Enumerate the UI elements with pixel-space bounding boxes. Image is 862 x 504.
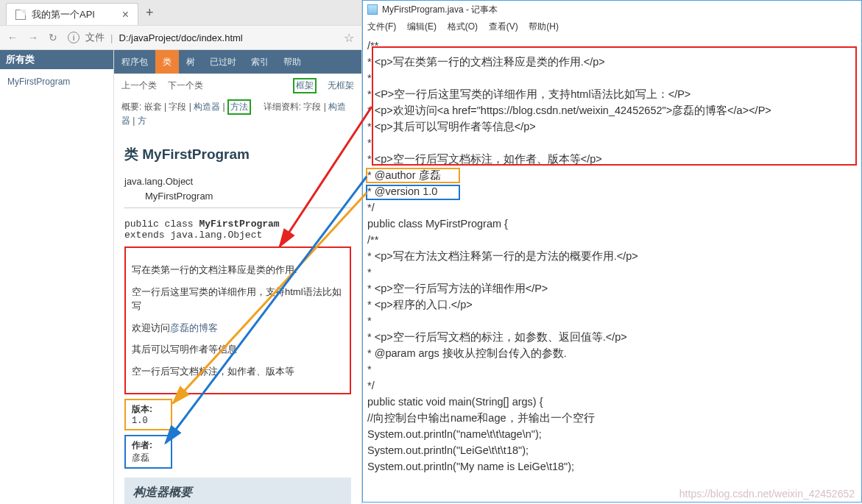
detail-field: 字段 bbox=[303, 102, 321, 112]
next-class: 下一个类 bbox=[168, 79, 203, 92]
address-bar: ← → ↻ i 文件 | D:/javaProject/doc/index.ht… bbox=[0, 25, 361, 50]
sub-nav-2: 概要: 嵌套 | 字段 | 构造器 | 方法 详细资料: 字段 | 构造器 | … bbox=[114, 98, 361, 133]
nav-help[interactable]: 帮助 bbox=[276, 56, 308, 68]
code-line: * @version 1.0 bbox=[367, 183, 857, 199]
author-highlight: 作者: 彦磊 bbox=[124, 435, 172, 469]
menu-view[interactable]: 查看(V) bbox=[489, 21, 518, 33]
favorite-icon[interactable]: ☆ bbox=[344, 31, 354, 45]
version-label: 版本: bbox=[132, 403, 165, 416]
code-line: /** bbox=[367, 232, 857, 248]
menu-format[interactable]: 格式(O) bbox=[448, 21, 478, 33]
code-line: public class MyFirstProgram { bbox=[367, 216, 857, 232]
divider bbox=[124, 207, 351, 208]
code-line: * <p>程序的入口.</p> bbox=[367, 297, 857, 313]
detail-method[interactable]: 方 bbox=[138, 116, 146, 126]
summary-label: 概要: bbox=[121, 102, 141, 112]
menu-file[interactable]: 文件(F) bbox=[367, 21, 396, 33]
watermark: https://blog.csdn.net/weixin_42452652 bbox=[679, 488, 855, 500]
code-line: * <P>空一行后这里写类的详细作用，支持html语法比如写上：</P> bbox=[367, 86, 857, 102]
desc-line-3a: 欢迎访问 bbox=[132, 322, 170, 333]
allclasses-link[interactable]: MyFirstProgram bbox=[0, 69, 113, 94]
constructor-summary-header: 构造器概要 bbox=[124, 478, 351, 504]
code-line: * bbox=[367, 313, 857, 329]
sub-nav-1: 上一个类 下一个类 框架 无框架 bbox=[114, 74, 361, 98]
description-highlight: 写在类第一行的文档注释应是类的作用. 空一行后这里写类的详细作用，支持html语… bbox=[124, 246, 351, 394]
tab-title: 我的第一个API bbox=[32, 8, 95, 21]
inherit-self: MyFirstProgram bbox=[124, 189, 351, 204]
author-value: 彦磊 bbox=[132, 452, 165, 464]
menu-help[interactable]: 帮助(H) bbox=[529, 21, 559, 33]
code-line: * <p>空一行后写文档标注，如作者、版本等</p> bbox=[367, 151, 857, 167]
top-nav: 程序包 类 树 已过时 索引 帮助 bbox=[114, 50, 361, 74]
code-line: * <p>其后可以写明作者等信息</p> bbox=[367, 118, 857, 135]
refresh-icon[interactable]: ↻ bbox=[49, 32, 57, 43]
browser-tab[interactable]: 我的第一个API × bbox=[6, 3, 138, 25]
allclasses-header: 所有类 bbox=[0, 50, 113, 69]
browser-window: 我的第一个API × + ← → ↻ i 文件 | D:/javaProject… bbox=[0, 0, 362, 504]
class-content: 类 MyFirstProgram java.lang.Object MyFirs… bbox=[114, 133, 361, 504]
url-field[interactable]: i 文件 | D:/javaProject/doc/index.html bbox=[68, 31, 333, 44]
detail-label: 详细资料: bbox=[264, 102, 301, 112]
summary-field: 字段 bbox=[169, 102, 186, 112]
back-icon[interactable]: ← bbox=[7, 32, 18, 43]
summary-method[interactable]: 方法 bbox=[230, 102, 248, 112]
code-line: * <p>空一行后写文档的标注，如参数、返回值等.</p> bbox=[367, 329, 857, 345]
allclasses-frame: 所有类 MyFirstProgram bbox=[0, 50, 114, 504]
nav-deprecated[interactable]: 已过时 bbox=[202, 56, 244, 68]
code-line: * <p>写在方法文档注释第一行的是方法的概要作用.</p> bbox=[367, 248, 857, 264]
notepad-body[interactable]: /** * <p>写在类第一行的文档注释应是类的作用.</p> * * <P>空… bbox=[363, 35, 861, 478]
code-line: //向控制台中输出name和age，并输出一个空行 bbox=[367, 410, 857, 426]
version-highlight: 版本: 1.0 bbox=[124, 399, 172, 430]
nav-tree[interactable]: 树 bbox=[179, 56, 202, 68]
code-line: /** bbox=[367, 38, 857, 54]
code-line: * <p>空一行后写方法的详细作用</P> bbox=[367, 280, 857, 297]
code-line: System.out.println("My name is LeiGe\t18… bbox=[367, 458, 857, 475]
page-title: 类 MyFirstProgram bbox=[124, 145, 351, 164]
url-prefix: 文件 bbox=[85, 31, 105, 44]
notepad-window: MyFirstProgram.java - 记事本 文件(F) 编辑(E) 格式… bbox=[362, 0, 862, 503]
code-line: System.out.println("name\t\t\tage\n"); bbox=[367, 426, 857, 442]
code-line: * @author 彦磊 bbox=[367, 167, 857, 183]
code-line: * <p>欢迎访问<a href="https://blog.csdn.net/… bbox=[367, 102, 857, 118]
summary-constructor[interactable]: 构造器 bbox=[194, 102, 220, 112]
forward-icon[interactable]: → bbox=[28, 32, 38, 43]
inheritance-tree: java.lang.Object MyFirstProgram bbox=[124, 174, 351, 203]
class-frame: 程序包 类 树 已过时 索引 帮助 上一个类 下一个类 框架 无框架 概要: 嵌… bbox=[114, 50, 361, 504]
tab-strip: 我的第一个API × + bbox=[0, 0, 361, 25]
close-icon[interactable]: × bbox=[122, 9, 129, 21]
desc-line-1: 写在类第一行的文档注释应是类的作用. bbox=[132, 263, 344, 277]
desc-link[interactable]: 彦磊的博客 bbox=[170, 322, 218, 333]
summary-nested: 嵌套 bbox=[144, 102, 162, 112]
javadoc-frameset: 所有类 MyFirstProgram 程序包 类 树 已过时 索引 帮助 上一个… bbox=[0, 50, 361, 504]
class-declaration: public class MyFirstProgram extends java… bbox=[124, 219, 351, 241]
code-line: * <p>写在类第一行的文档注释应是类的作用.</p> bbox=[367, 54, 857, 70]
nav-index[interactable]: 索引 bbox=[244, 56, 276, 68]
url-path: D:/javaProject/doc/index.html bbox=[119, 32, 242, 43]
notepad-icon bbox=[367, 4, 378, 15]
code-line: * bbox=[367, 361, 857, 377]
code-line: System.out.println("LeiGe\t\t\t18"); bbox=[367, 442, 857, 458]
notepad-titlebar[interactable]: MyFirstProgram.java - 记事本 bbox=[363, 1, 861, 18]
code-line: public static void main(String[] args) { bbox=[367, 394, 857, 410]
file-icon bbox=[15, 10, 26, 20]
desc-line-4: 其后可以写明作者等信息 bbox=[132, 342, 344, 357]
code-line: */ bbox=[367, 199, 857, 216]
inherit-object: java.lang.Object bbox=[124, 174, 351, 189]
version-value: 1.0 bbox=[132, 416, 165, 426]
prev-class: 上一个类 bbox=[121, 79, 157, 92]
notepad-menubar: 文件(F) 编辑(E) 格式(O) 查看(V) 帮助(H) bbox=[363, 18, 861, 35]
notepad-title: MyFirstProgram.java - 记事本 bbox=[382, 4, 498, 16]
code-line: */ bbox=[367, 377, 857, 394]
nav-class[interactable]: 类 bbox=[155, 50, 179, 74]
noframes-link[interactable]: 无框架 bbox=[328, 79, 354, 92]
desc-line-2: 空一行后这里写类的详细作用，支持html语法比如写 bbox=[132, 285, 344, 313]
code-line: * bbox=[367, 135, 857, 151]
nav-package[interactable]: 程序包 bbox=[114, 56, 155, 68]
menu-edit[interactable]: 编辑(E) bbox=[407, 21, 437, 33]
frames-link[interactable]: 框架 bbox=[293, 78, 317, 93]
new-tab-button[interactable]: + bbox=[138, 1, 161, 25]
info-icon[interactable]: i bbox=[68, 32, 80, 43]
code-line: * @param args 接收从控制台传入的参数. bbox=[367, 345, 857, 361]
desc-line-5: 空一行后写文档标注，如作者、版本等 bbox=[132, 364, 344, 379]
code-line: * bbox=[367, 264, 857, 280]
